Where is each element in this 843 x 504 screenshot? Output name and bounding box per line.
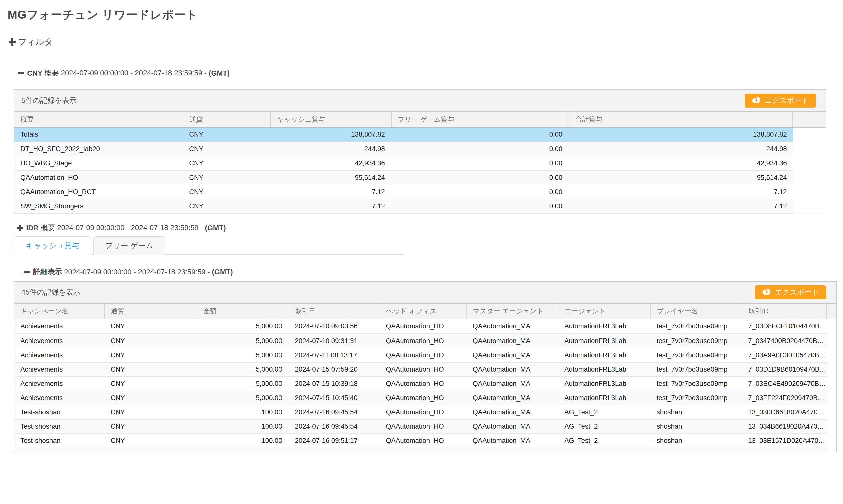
agent-cell: AutomationFRL3Lab: [558, 362, 651, 377]
total-bonus-cell: 7.12: [569, 199, 793, 213]
currency-cell: CNY: [105, 448, 197, 452]
detail-table-row[interactable]: Test-shoshanCNY100.002024-07-16 09:51:17…: [14, 434, 828, 448]
summary-table-row[interactable]: DT_HO_SFG_2022_lab20CNY244.980.00244.98: [14, 142, 793, 156]
summary-table-row[interactable]: TotalsCNY138,807.820.00138,807.82: [14, 128, 793, 142]
filter-toggle[interactable]: フィルタ: [8, 36, 53, 48]
player-cell: shoshan: [651, 448, 742, 452]
master-agent-cell: QAAutomation_MA: [467, 419, 558, 434]
tab-free-game[interactable]: フリー ゲーム: [93, 236, 165, 255]
free-game-bonus-cell: 0.00: [392, 199, 569, 213]
free-game-bonus-cell: 0.00: [392, 128, 569, 142]
player-cell: test_7v0r7bo3use09mp: [651, 334, 742, 348]
detail-export-button[interactable]: エクスポート: [755, 285, 826, 300]
col-currency[interactable]: 通貨: [105, 303, 197, 319]
summary-header-row: 概要 通貨 キャッシュ賞与 フリー ゲーム賞与 合計賞与: [14, 111, 826, 128]
free-game-bonus-cell: 0.00: [392, 142, 569, 156]
summary-table-row[interactable]: QAAutomation_HO_RCTCNY7.120.007.12: [14, 185, 793, 199]
summary-table-row[interactable]: SW_SMG_StrongersCNY7.120.007.12: [14, 199, 793, 213]
campaign-cell: Test-shoshan: [14, 419, 105, 434]
detail-table-row[interactable]: AchievementsCNY5,000.002024-07-11 08:13:…: [14, 348, 828, 362]
col-cash-bonus[interactable]: キャッシュ賞与: [271, 112, 392, 127]
detail-table-row[interactable]: AchievementsCNY5,000.002024-07-15 10:45:…: [14, 391, 828, 405]
head-office-cell: QAAutomation_HO: [380, 348, 467, 362]
transaction-id-cell: 7_03D1D9B60109470B0…: [742, 362, 828, 377]
total-bonus-cell: 42,934.36: [569, 156, 793, 170]
date-cell: 2024-07-15 10:45:40: [289, 391, 380, 405]
campaign-cell: Achievements: [14, 391, 105, 405]
currency-cell: CNY: [105, 320, 197, 334]
master-agent-cell: QAAutomation_MA: [467, 320, 558, 334]
detail-table-row[interactable]: AchievementsCNY5,000.002024-07-10 09:31:…: [14, 334, 828, 348]
transaction-id-cell: 7_03FF224F0209470B0…: [742, 391, 828, 405]
player-cell: shoshan: [651, 405, 742, 419]
amount-cell: 5,000.00: [197, 362, 289, 377]
cash-bonus-cell: 7.12: [271, 199, 392, 213]
col-summary[interactable]: 概要: [14, 112, 183, 127]
campaign-cell: Test-shoshan: [14, 448, 105, 452]
col-total-bonus[interactable]: 合計賞与: [569, 112, 792, 127]
currency-cell: CNY: [105, 362, 197, 377]
date-cell: 2024-07-16 09:51:21: [289, 448, 380, 452]
filter-label: フィルタ: [18, 36, 53, 48]
player-cell: test_7v0r7bo3use09mp: [651, 377, 742, 391]
col-free-game-bonus[interactable]: フリー ゲーム賞与: [392, 112, 569, 127]
cloud-download-icon: [762, 288, 771, 297]
total-bonus-cell: 95,614.24: [569, 170, 793, 185]
currency-cell: CNY: [105, 391, 197, 405]
total-bonus-cell: 7.12: [569, 185, 793, 199]
transaction-id-cell: 7_03D8FCF10104470B0…: [742, 320, 828, 334]
date-cell: 2024-07-15 07:59:20: [289, 362, 380, 377]
amount-cell: 5,000.00: [197, 334, 289, 348]
currency-cell: CNY: [183, 185, 271, 199]
col-currency[interactable]: 通貨: [183, 112, 271, 127]
summary-export-button[interactable]: エクスポート: [745, 94, 816, 108]
section-timezone: (GMT): [205, 224, 226, 232]
col-amount[interactable]: 金額: [197, 303, 289, 319]
summary-cell: Totals: [14, 128, 183, 142]
col-agent[interactable]: エージェント: [558, 303, 651, 319]
campaign-cell: Test-shoshan: [14, 405, 105, 419]
col-master-agent[interactable]: マスター エージェント: [467, 303, 558, 319]
transaction-id-cell: 7_03EC4E490209470B0…: [742, 377, 828, 391]
detail-table-scroll-area[interactable]: AchievementsCNY5,000.002024-07-10 09:03:…: [14, 320, 836, 452]
detail-table-row[interactable]: AchievementsCNY5,000.002024-07-15 10:39:…: [14, 377, 828, 391]
tab-cash-bonus[interactable]: キャッシュ賞与: [14, 236, 91, 255]
currency-cell: CNY: [183, 128, 271, 142]
col-campaign[interactable]: キャンペーン名: [14, 303, 105, 319]
detail-table-row[interactable]: AchievementsCNY5,000.002024-07-10 09:03:…: [14, 320, 828, 334]
player-cell: test_7v0r7bo3use09mp: [651, 362, 742, 377]
plus-icon: [8, 38, 16, 46]
transaction-id-cell: 13_030C6618020A470B…: [742, 405, 828, 419]
detail-table-row[interactable]: Test-shoshanCNY100.002024-07-16 09:51:21…: [14, 448, 828, 452]
summary-cell: SW_SMG_Strongers: [14, 199, 183, 213]
section-header-idr-summary[interactable]: IDR 概要 2024-07-09 00:00:00 - 2024-07-18 …: [17, 223, 226, 233]
summary-table: TotalsCNY138,807.820.00138,807.82DT_HO_S…: [14, 128, 793, 214]
section-header-detail[interactable]: 詳細表示 2024-07-09 00:00:00 - 2024-07-18 23…: [23, 267, 233, 277]
section-currency: IDR: [26, 224, 39, 232]
amount-cell: 100.00: [197, 448, 289, 452]
summary-table-row[interactable]: QAAutomation_HOCNY95,614.240.0095,614.24: [14, 170, 793, 185]
export-label: エクスポート: [765, 96, 809, 106]
detail-table-row[interactable]: Test-shoshanCNY100.002024-07-16 09:45:54…: [14, 419, 828, 434]
currency-cell: CNY: [183, 142, 271, 156]
amount-cell: 5,000.00: [197, 348, 289, 362]
date-cell: 2024-07-16 09:45:54: [289, 405, 380, 419]
col-player[interactable]: プレイヤー名: [651, 303, 742, 319]
cash-bonus-cell: 42,934.36: [271, 156, 392, 170]
summary-table-row[interactable]: HO_WBG_StageCNY42,934.360.0042,934.36: [14, 156, 793, 170]
detail-table-row[interactable]: AchievementsCNY5,000.002024-07-15 07:59:…: [14, 362, 828, 377]
transaction-id-cell: 7_0347400B0204470B0…: [742, 334, 828, 348]
amount-cell: 5,000.00: [197, 377, 289, 391]
detail-table-row[interactable]: Test-shoshanCNY100.002024-07-16 09:45:54…: [14, 405, 828, 419]
section-header-cny-summary[interactable]: CNY 概要 2024-07-09 00:00:00 - 2024-07-18 …: [18, 68, 230, 78]
col-head-office[interactable]: ヘッド オフィス: [380, 303, 467, 319]
agent-cell: AutomationFRL3Lab: [558, 348, 651, 362]
transaction-id-cell: 13_0375951D020A470B…: [742, 448, 828, 452]
campaign-cell: Achievements: [14, 320, 105, 334]
detail-panel: 45件の記録を表示 エクスポート キャンペーン名 通貨: [14, 281, 837, 452]
currency-cell: CNY: [105, 334, 197, 348]
col-date[interactable]: 取引日: [289, 303, 380, 319]
col-transaction-id[interactable]: 取引ID: [742, 303, 827, 319]
free-game-bonus-cell: 0.00: [392, 170, 569, 185]
date-cell: 2024-07-15 10:39:18: [289, 377, 380, 391]
